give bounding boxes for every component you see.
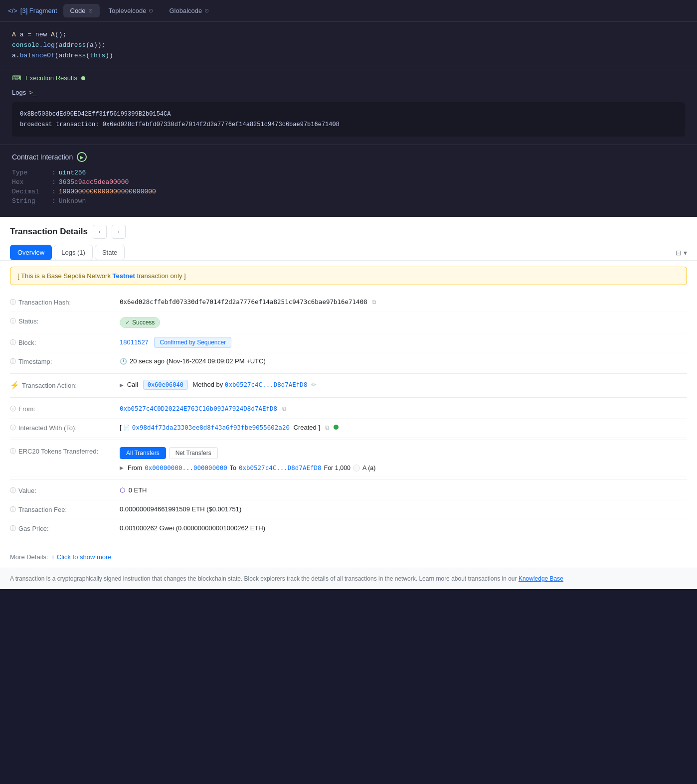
block-label: ⓘ Block: (10, 338, 110, 347)
edit-icon[interactable]: ✏ (311, 381, 316, 388)
tabs: Overview Logs (1) State (10, 245, 125, 260)
copy-icon-hash[interactable]: ⧉ (372, 299, 376, 306)
erc20-value: All Transfers Net Transfers ▶ From 0x000… (120, 447, 687, 471)
value-label: ⓘ Value: (10, 486, 110, 495)
play-icon: ▶ (77, 152, 87, 162)
tx-section: Transaction Details ‹ › Overview Logs (1… (0, 217, 697, 589)
tab-overview[interactable]: Overview (10, 245, 52, 260)
help-icon-code: ⊙ (88, 7, 93, 14)
tx-action-label: ⚡ Transaction Action: (10, 381, 110, 390)
from-addr-link[interactable]: 0xb0527c4C0D20224E763C16b093A7924D8d7AEf… (120, 405, 277, 412)
code-line-3: a.balanceOf(address(this)) (12, 51, 685, 61)
tab-code-label: Code (70, 7, 86, 14)
erc20-label: ⓘ ERC20 Tokens Transferred: (10, 447, 110, 456)
transfer-for-text: For 1,000 (324, 465, 351, 471)
transfer-from-addr[interactable]: 0x00000000...000000000 (145, 464, 227, 471)
more-details-link[interactable]: + Click to show more (51, 553, 112, 561)
ci-val-hex: 3635c9adc5dea00000 (59, 178, 129, 186)
net-transfers-tab[interactable]: Net Transfers (169, 447, 218, 459)
tx-title-row: Transaction Details ‹ › (10, 225, 687, 239)
help-icon-global: ⊙ (204, 7, 209, 14)
code-area: A a = new A(); console.log(address(a)); … (0, 22, 697, 69)
tab-toplevelcode[interactable]: Toplevelcode ⊙ (102, 4, 161, 17)
transfer-from-text: From (128, 465, 142, 471)
tx-hash-row: ⓘ Transaction Hash: 0x6ed028cffebfd07330… (10, 293, 687, 312)
method-addr-link[interactable]: 0xb0527c4C...D8d7AEfD8 (225, 381, 308, 388)
clock-icon: 🕐 (120, 358, 127, 365)
status-dot (81, 76, 85, 80)
tab-state[interactable]: State (95, 245, 125, 260)
code-line-2: console.log(address(a)); (12, 40, 685, 51)
method-label: Method by (193, 381, 223, 388)
triangle-icon: ▶ (120, 382, 124, 388)
tab-globalcode[interactable]: Globalcode ⊙ (162, 4, 216, 17)
ci-label: Contract Interaction (12, 153, 73, 161)
interacted-addr-link[interactable]: 0x98d4f73da23303ee8d8f43a6f93fbe9055602a… (132, 424, 290, 431)
tx-hash-label: ⓘ Transaction Hash: (10, 298, 110, 307)
transfer-to-addr[interactable]: 0xb0527c4C...D8d7AEfD8 (239, 464, 322, 471)
nav-next-button[interactable]: › (112, 225, 126, 239)
info-icon-interacted[interactable]: ⓘ (10, 424, 16, 432)
status-text: Success (132, 319, 155, 326)
ci-val-type: uint256 (59, 169, 86, 176)
eth-icon: ⬡ (120, 486, 125, 494)
timestamp-row: ⓘ Timestamp: 🕐 20 secs ago (Nov-16-2024 … (10, 352, 687, 371)
copy-icon-interacted[interactable]: ⧉ (325, 424, 330, 431)
block-row: ⓘ Block: 18011527 Confirmed by Sequencer (10, 333, 687, 352)
ci-key-hex: Hex (12, 178, 52, 186)
interacted-row: ⓘ Interacted With (To): [ 📄 0x98d4f73da2… (10, 419, 687, 438)
gas-price-value: 0.001000262 Gwei (0.000000000001000262 E… (120, 524, 687, 532)
tx-action-row: ⚡ Transaction Action: ▶ Call 0x60e06040 … (10, 376, 687, 395)
more-details-section: More Details: + Click to show more (0, 546, 697, 568)
divider-2 (10, 397, 687, 398)
info-icon-from[interactable]: ⓘ (10, 405, 16, 413)
timestamp-label: ⓘ Timestamp: (10, 357, 110, 366)
help-icon-toplevel: ⊙ (149, 7, 153, 14)
knowledge-base-link[interactable]: Knowledge Base (519, 575, 563, 582)
gas-price-row: ⓘ Gas Price: 0.001000262 Gwei (0.0000000… (10, 519, 687, 538)
log-content: 0x8Be503bcdEd90ED42Eff31f56199399B2b0154… (12, 102, 685, 137)
transfer-to-text: To (230, 465, 236, 471)
nav-prev-button[interactable]: ‹ (93, 225, 107, 239)
status-value: ✓ Success (120, 317, 687, 328)
tx-hash-value: 0x6ed028cffebfd07330dfe7014f2d2a7776ef14… (120, 298, 687, 306)
filter-icon[interactable]: ⊟ ▾ (676, 249, 687, 257)
block-link[interactable]: 18011527 (120, 338, 149, 346)
gas-price-label: ⓘ Gas Price: (10, 524, 110, 533)
logs-header[interactable]: Logs >_ (12, 89, 685, 96)
info-icon-gas[interactable]: ⓘ (10, 524, 16, 533)
network-banner: [ This is a Base Sepolia Network Testnet… (10, 267, 687, 285)
info-icon-block[interactable]: ⓘ (10, 338, 16, 347)
tab-code[interactable]: Code ⊙ (63, 4, 100, 17)
value-value: ⬡ 0 ETH (120, 486, 687, 494)
info-icon-timestamp[interactable]: ⓘ (10, 357, 16, 366)
from-value: 0xb0527c4C0D20224E763C16b093A7924D8d7AEf… (120, 405, 687, 412)
copy-icon-from[interactable]: ⧉ (282, 405, 287, 412)
info-icon-erc20[interactable]: ⓘ (10, 447, 16, 456)
fee-text: 0.000000094661991509 ETH ($0.001751) (120, 505, 241, 513)
info-icon-hash[interactable]: ⓘ (10, 298, 16, 307)
ci-header: Contract Interaction ▶ (12, 152, 685, 162)
timestamp-text: 20 secs ago (Nov-16-2024 09:09:02 PM +UT… (130, 357, 266, 365)
code-line-1: A a = new A(); (12, 30, 685, 40)
info-icon-status[interactable]: ⓘ (10, 317, 16, 325)
transfer-token-text: A (a) (362, 465, 375, 471)
logs-label: Logs (12, 89, 26, 96)
block-value: 18011527 Confirmed by Sequencer (120, 338, 687, 346)
exec-results-header[interactable]: ⌨ Execution Results (12, 74, 685, 82)
interacted-label: ⓘ Interacted With (To): (10, 424, 110, 432)
divider-3 (10, 440, 687, 440)
lightning-icon: ⚡ (10, 381, 19, 390)
tab-logs[interactable]: Logs (1) (54, 245, 93, 260)
logs-section: Logs >_ 0x8Be503bcdEd90ED42Eff31f5619939… (0, 85, 697, 145)
call-text: Call (127, 381, 138, 388)
verified-dot (334, 425, 339, 430)
execution-results: ⌨ Execution Results (0, 69, 697, 85)
banner-text-start: [ This is a Base Sepolia Network (17, 272, 111, 280)
more-details-label: More Details: (10, 553, 48, 561)
hash-text: 0x6ed028cffebfd07330dfe7014f2d2a7776ef14… (120, 298, 367, 306)
info-icon-value[interactable]: ⓘ (10, 486, 16, 495)
all-transfers-tab[interactable]: All Transfers (120, 447, 166, 459)
info-icon-fee[interactable]: ⓘ (10, 505, 16, 514)
ci-key-string: String (12, 197, 52, 205)
